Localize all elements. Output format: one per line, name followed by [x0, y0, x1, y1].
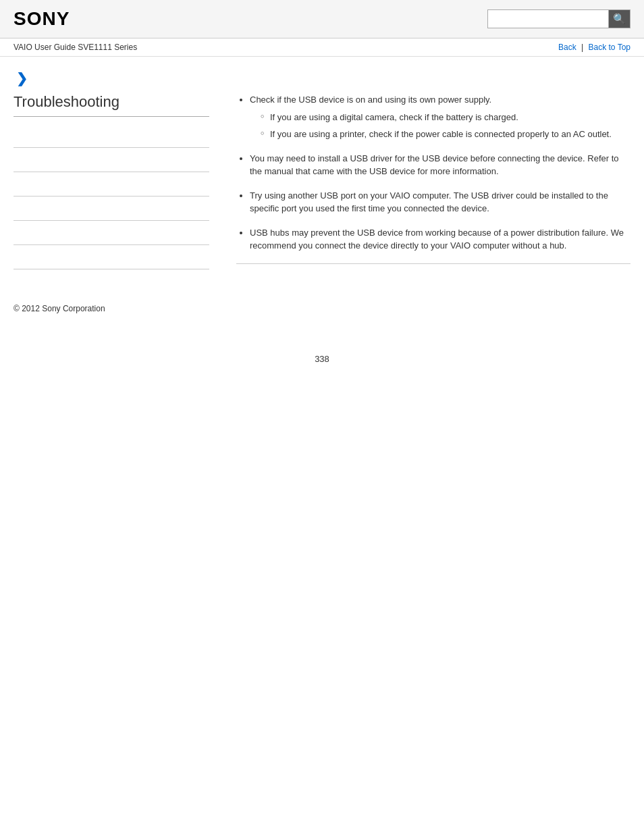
main-content: ❯ Troubleshooting Check if the USB devic…: [0, 57, 644, 283]
search-button[interactable]: 🔍: [609, 9, 630, 28]
sidebar-item-2: [14, 148, 209, 172]
sidebar-item-1: [14, 124, 209, 148]
back-link[interactable]: Back: [558, 43, 576, 52]
chevron-area: ❯: [14, 70, 630, 86]
sidebar-item-3: [14, 172, 209, 197]
page-number: 338: [0, 354, 644, 377]
search-area: 🔍: [487, 9, 630, 28]
breadcrumb: VAIO User Guide SVE1111 Series: [14, 43, 137, 52]
sidebar: Troubleshooting: [14, 93, 223, 269]
sidebar-item-6: [14, 245, 209, 269]
content-divider: [236, 263, 630, 264]
sidebar-title: Troubleshooting: [14, 93, 209, 117]
list-item-2: You may need to install a USB driver for…: [250, 152, 630, 178]
footer: © 2012 Sony Corporation: [0, 283, 644, 327]
content-list: Check if the USB device is on and using …: [236, 93, 630, 253]
sub-item-1-2: If you are using a printer, check if the…: [261, 128, 630, 141]
sub-list-1: If you are using a digital camera, check…: [250, 111, 630, 141]
back-to-top-link[interactable]: Back to Top: [589, 43, 630, 52]
search-input[interactable]: [487, 9, 609, 28]
nav-separator: |: [581, 43, 583, 52]
header: SONY 🔍: [0, 0, 644, 38]
chevron-icon: ❯: [16, 71, 28, 86]
nav-links: Back | Back to Top: [558, 43, 630, 52]
list-item-3: Try using another USB port on your VAIO …: [250, 189, 630, 215]
sony-logo: SONY: [14, 8, 70, 30]
list-item-3-text: Try using another USB port on your VAIO …: [250, 190, 608, 214]
content-area: Check if the USB device is on and using …: [223, 93, 630, 269]
two-col-layout: Troubleshooting Check if the USB device …: [14, 93, 630, 269]
list-item-2-text: You may need to install a USB driver for…: [250, 153, 619, 177]
copyright-text: © 2012 Sony Corporation: [14, 304, 105, 313]
list-item-4: USB hubs may prevent the USB device from…: [250, 226, 630, 253]
list-item-4-text: USB hubs may prevent the USB device from…: [250, 228, 624, 251]
sub-item-1-1: If you are using a digital camera, check…: [261, 111, 630, 124]
search-icon: 🔍: [613, 13, 626, 25]
nav-bar: VAIO User Guide SVE1111 Series Back | Ba…: [0, 38, 644, 57]
list-item-1-text: Check if the USB device is on and using …: [250, 95, 491, 105]
sidebar-item-4: [14, 197, 209, 221]
list-item-1: Check if the USB device is on and using …: [250, 93, 630, 141]
sidebar-item-5: [14, 221, 209, 245]
